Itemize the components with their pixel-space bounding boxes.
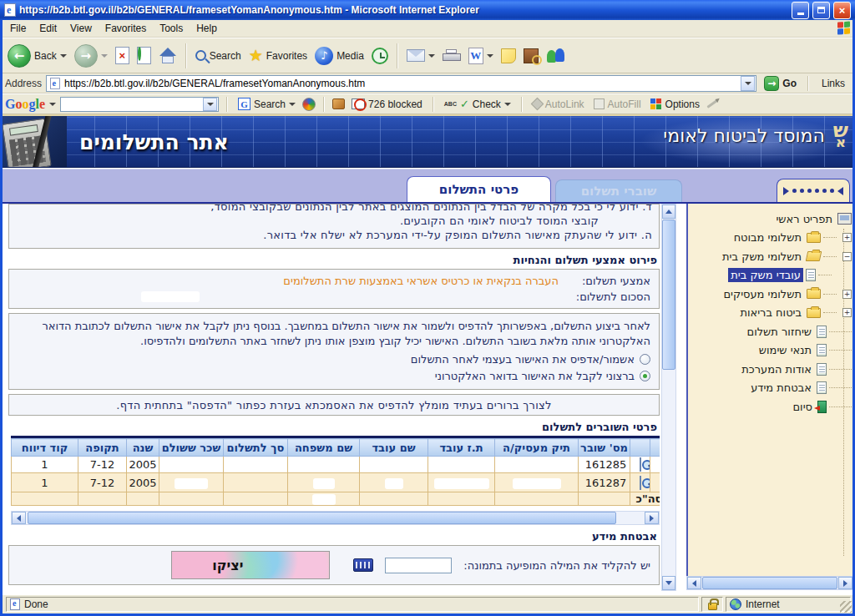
tab-payment-vouchers[interactable]: שוברי תשלום [555, 179, 682, 202]
scroll-up-button[interactable] [662, 204, 675, 219]
forward-dropdown-icon[interactable] [101, 54, 108, 58]
scrollbar-thumb[interactable] [662, 220, 675, 370]
autofill-button[interactable]: AutoFill [591, 98, 644, 111]
favorites-button[interactable]: ★ Favorites [246, 47, 310, 64]
menu-favorites[interactable]: Favorites [99, 21, 153, 36]
refresh-button[interactable] [134, 46, 154, 65]
menu-edit[interactable]: Edit [33, 21, 63, 36]
links-button[interactable]: Links [817, 78, 850, 89]
address-input[interactable]: e https://b2b.btl.gov.il/b2b/GENERAL/fra… [46, 75, 756, 92]
menu-file[interactable]: File [3, 21, 33, 36]
sidebar-item-main-menu[interactable]: תפריט ראשי [688, 210, 855, 229]
close-button[interactable]: × [833, 2, 851, 19]
popup-blocker-button[interactable]: 726 blocked [349, 98, 425, 111]
scrollbar-track[interactable] [701, 577, 838, 589]
scroll-left-button[interactable] [12, 512, 26, 524]
sidebar-item-household-workers[interactable]: עובדי משק בית [688, 266, 855, 285]
nav-arrow-right-icon[interactable] [783, 187, 789, 195]
home-button[interactable] [156, 47, 180, 65]
restore-button[interactable] [812, 2, 830, 19]
autolink-button[interactable]: AutoLink [530, 98, 587, 111]
edit-dropdown-icon[interactable] [487, 54, 493, 58]
col-total-to-pay: סך לתשלום [224, 439, 288, 457]
content-vertical-scrollbar[interactable] [661, 204, 676, 591]
open-folder-icon [806, 251, 822, 261]
go-button[interactable]: → Go [761, 75, 800, 92]
expand-plus-icon[interactable]: + [842, 308, 852, 317]
captcha-input[interactable] [385, 558, 452, 573]
table-horizontal-scrollbar[interactable] [11, 511, 660, 525]
scroll-left-button[interactable] [687, 577, 701, 589]
sidebar-item-insured-payments[interactable]: + תשלומי מבוטח [688, 229, 855, 248]
address-bar: Address e https://b2b.btl.gov.il/b2b/GEN… [0, 73, 855, 93]
tab-navigation-dots[interactable] [777, 179, 850, 202]
expand-plus-icon[interactable]: + [842, 233, 852, 242]
radio-selected-icon[interactable] [640, 371, 650, 381]
scroll-right-button[interactable] [838, 577, 852, 589]
google-search-dropdown[interactable] [203, 98, 217, 111]
edit-with-word-button[interactable]: W [466, 47, 496, 65]
highlighter-icon[interactable] [706, 99, 717, 108]
expand-plus-icon[interactable]: + [842, 290, 852, 299]
sidebar-item-terms-of-use[interactable]: תנאי שימוש [688, 341, 855, 361]
sidebar-item-employer-payments[interactable]: + תשלומי מעסיקים [688, 285, 855, 304]
research-button[interactable] [521, 48, 541, 64]
pagerank-icon[interactable] [332, 98, 345, 109]
address-url[interactable]: https://b2b.btl.gov.il/b2b/GENERAL/frame… [64, 78, 737, 89]
discuss-button[interactable] [498, 48, 519, 64]
scroll-right-button[interactable] [645, 512, 659, 524]
folder-icon [807, 233, 821, 243]
stop-button[interactable]: × [113, 46, 132, 65]
tab-payment-details[interactable]: פרטי התשלום [407, 176, 551, 202]
mail-dropdown-icon[interactable] [428, 54, 435, 58]
radio-save-print-self[interactable]: אשמור/אדפיס את האישור בעצמי לאחר התשלום [18, 353, 650, 366]
google-search-input[interactable] [60, 97, 219, 112]
google-search-caret-icon[interactable] [289, 103, 296, 106]
menu-tools[interactable]: Tools [153, 21, 190, 36]
google-swirl-icon[interactable] [302, 98, 316, 111]
messenger-icon [546, 48, 566, 63]
sidebar-item-payment-recovery[interactable]: שיחזור תשלום [688, 322, 855, 341]
virtual-keyboard-icon[interactable] [353, 558, 373, 572]
scrollbar-thumb[interactable] [702, 577, 837, 589]
minimize-button[interactable] [792, 2, 809, 19]
messenger-button[interactable] [544, 48, 569, 64]
scroll-down-button[interactable] [662, 576, 675, 590]
spellcheck-button[interactable]: ABC ✓ Check [442, 98, 514, 111]
google-logo[interactable]: Google [5, 97, 45, 112]
print-button[interactable] [440, 48, 463, 63]
back-button[interactable]: ← Back [5, 43, 69, 68]
menu-help[interactable]: Help [190, 21, 224, 36]
col-year: שנה [127, 439, 159, 457]
sidebar-item-household-payments[interactable]: − תשלומי משק בית [688, 247, 855, 266]
sidebar-item-health-insurance[interactable]: + ביטוח בריאות [688, 304, 855, 323]
media-button[interactable]: ♪ Media [312, 46, 367, 66]
search-button[interactable]: Search [193, 49, 244, 63]
menu-view[interactable]: View [63, 21, 99, 36]
sidebar-item-exit[interactable]: סיום [688, 397, 855, 417]
sidebar-horizontal-scrollbar[interactable] [686, 576, 853, 590]
collapse-minus-icon[interactable]: − [842, 252, 852, 261]
sidebar-item-information-security[interactable]: אבטחת מידע [688, 379, 855, 398]
mail-button[interactable] [404, 48, 438, 63]
status-zone-text: Internet [746, 598, 780, 610]
resize-grip[interactable] [840, 601, 852, 613]
google-logo-dropdown-icon[interactable] [49, 103, 56, 106]
view-voucher-icon[interactable] [640, 457, 641, 472]
nav-arrow-left-icon[interactable] [837, 187, 843, 195]
scrollbar-thumb[interactable] [28, 512, 616, 524]
scrollbar-track[interactable] [26, 512, 645, 524]
tab-strip: פרטי התשלום שוברי תשלום [0, 169, 855, 204]
radio-receive-by-email[interactable]: ברצוני לקבל את האישור בדואר האלקטרוני [18, 370, 650, 382]
check-caret-icon[interactable] [504, 103, 511, 106]
options-button[interactable]: Options [648, 98, 702, 111]
google-search-button[interactable]: G Search [235, 97, 298, 111]
history-button[interactable] [369, 47, 391, 65]
sidebar-item-about-system[interactable]: אודות המערכת [688, 360, 855, 379]
go-arrow-icon: → [764, 76, 779, 91]
forward-button[interactable]: → [72, 43, 110, 68]
address-dropdown-button[interactable] [741, 76, 755, 91]
back-dropdown-icon[interactable] [60, 54, 67, 58]
view-voucher-icon[interactable] [640, 476, 641, 490]
radio-unselected-icon[interactable] [640, 354, 650, 365]
